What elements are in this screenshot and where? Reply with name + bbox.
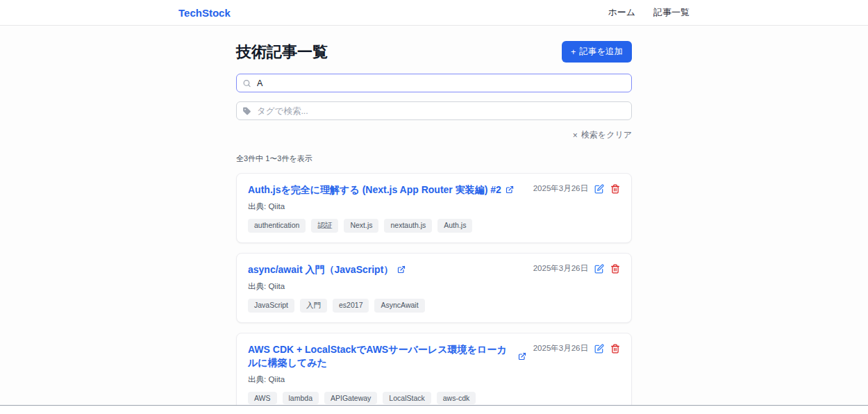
tag-badge[interactable]: JavaScript — [248, 299, 294, 313]
tag-badge[interactable]: 認証 — [311, 219, 338, 233]
nav-link-home[interactable]: ホーム — [608, 6, 635, 19]
article-date: 2025年3月26日 — [533, 263, 588, 274]
trash-icon — [610, 264, 620, 274]
article-title: Auth.jsを完全に理解する (Next.js App Router 実装編)… — [248, 183, 501, 196]
tag-badge[interactable]: es2017 — [333, 299, 369, 313]
tag-badge[interactable]: LocalStack — [383, 392, 431, 404]
tag-badge[interactable]: lambda — [283, 392, 319, 404]
tag-badge[interactable]: 入門 — [300, 299, 327, 313]
edit-icon — [594, 264, 604, 274]
search-icon — [242, 78, 251, 88]
article-card: AWS CDK + LocalStackでAWSサーバーレス環境をローカルに構築… — [236, 333, 632, 414]
nav-link-articles[interactable]: 記事一覧 — [653, 6, 690, 19]
edit-icon — [594, 184, 604, 194]
article-list: Auth.jsを完全に理解する (Next.js App Router 実装編)… — [236, 173, 632, 414]
external-link-icon — [506, 185, 514, 194]
delete-button[interactable] — [610, 344, 620, 354]
tag-icon — [242, 106, 251, 115]
article-tags: AWSlambdaAPIGatewayLocalStackaws-cdk — [248, 392, 620, 404]
page-title: 技術記事一覧 — [236, 42, 328, 63]
tag-search-input[interactable] — [236, 101, 632, 120]
tag-badge[interactable]: aws-cdk — [437, 392, 476, 404]
results-count: 全3件中 1〜3件を表示 — [236, 154, 632, 164]
trash-icon — [610, 184, 620, 194]
add-article-button[interactable]: + 記事を追加 — [562, 41, 632, 63]
nav-links: ホーム 記事一覧 — [608, 6, 690, 19]
article-card: Auth.jsを完全に理解する (Next.js App Router 実装編)… — [236, 173, 632, 243]
tag-badge[interactable]: AWS — [248, 392, 277, 404]
top-navbar: TechStock ホーム 記事一覧 — [0, 0, 868, 26]
page-footer — [0, 405, 868, 414]
brand-logo[interactable]: TechStock — [178, 7, 231, 19]
article-title: AWS CDK + LocalStackでAWSサーバーレス環境をローカルに構築… — [248, 343, 514, 368]
article-title-link[interactable]: Auth.jsを完全に理解する (Next.js App Router 実装編)… — [248, 183, 514, 196]
clear-search-link[interactable]: × 検索をクリア — [573, 129, 632, 141]
edit-icon — [594, 344, 604, 354]
tag-badge[interactable]: nextauth.js — [384, 219, 432, 233]
article-date: 2025年3月26日 — [533, 343, 588, 354]
article-title: async/await 入門（JavaScript） — [248, 263, 393, 276]
tag-badge[interactable]: authentication — [248, 219, 306, 233]
edit-button[interactable] — [594, 264, 604, 274]
delete-button[interactable] — [610, 184, 620, 194]
article-card: async/await 入門（JavaScript） 2025年3月26日 — [236, 253, 632, 323]
main-content: 技術記事一覧 + 記事を追加 × 検索をクリア 全3件中 1〜3件を表示 — [236, 26, 632, 414]
article-tags: authentication認証Next.jsnextauth.jsAuth.j… — [248, 219, 620, 233]
external-link-icon — [518, 352, 526, 361]
external-link-icon — [397, 265, 406, 274]
tag-badge[interactable]: AsyncAwait — [374, 299, 424, 313]
tag-badge[interactable]: Auth.js — [437, 219, 472, 233]
plus-icon: + — [571, 47, 576, 57]
article-tags: JavaScript入門es2017AsyncAwait — [248, 299, 620, 313]
article-source: 出典: Qiita — [248, 281, 620, 292]
add-article-label: 記事を追加 — [579, 46, 623, 58]
article-title-link[interactable]: async/await 入門（JavaScript） — [248, 263, 406, 276]
tag-badge[interactable]: Next.js — [344, 219, 378, 233]
article-date: 2025年3月26日 — [533, 183, 588, 194]
trash-icon — [610, 344, 620, 354]
edit-button[interactable] — [594, 344, 604, 354]
tag-badge[interactable]: APIGateway — [324, 392, 377, 404]
article-source: 出典: Qiita — [248, 201, 620, 212]
edit-button[interactable] — [594, 184, 604, 194]
close-icon: × — [573, 131, 578, 140]
article-source: 出典: Qiita — [248, 374, 620, 385]
clear-search-label: 検索をクリア — [581, 129, 632, 141]
keyword-search-input[interactable] — [236, 74, 632, 92]
article-title-link[interactable]: AWS CDK + LocalStackでAWSサーバーレス環境をローカルに構築… — [248, 343, 526, 368]
delete-button[interactable] — [610, 264, 620, 274]
